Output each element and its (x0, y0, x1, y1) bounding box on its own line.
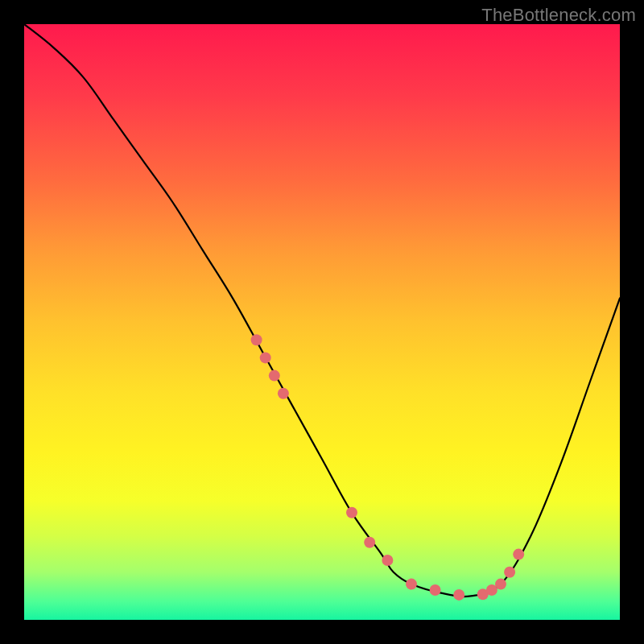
marker-point (382, 555, 393, 566)
marker-point (430, 584, 441, 596)
marker-point (251, 334, 262, 345)
chart-frame: TheBottleneck.com (0, 0, 644, 644)
marker-point (269, 370, 280, 382)
plot-area (24, 24, 620, 620)
marker-point (278, 388, 289, 399)
watermark-text: TheBottleneck.com (481, 5, 636, 26)
marker-point (453, 589, 464, 601)
marker-point (260, 352, 271, 363)
marker-point (495, 579, 506, 590)
bottleneck-curve (24, 24, 620, 597)
marker-group (251, 334, 525, 601)
chart-svg (24, 24, 620, 620)
marker-point (346, 507, 357, 518)
marker-point (364, 537, 375, 548)
marker-point (406, 579, 417, 590)
marker-point (504, 567, 515, 578)
marker-point (513, 549, 524, 560)
